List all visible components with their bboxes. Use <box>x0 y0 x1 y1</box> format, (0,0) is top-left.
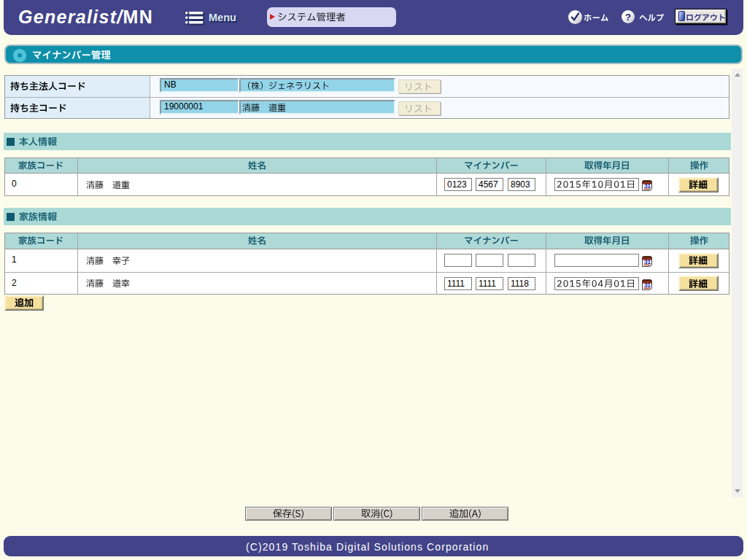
svg-text:31: 31 <box>644 182 651 190</box>
svg-text:31: 31 <box>644 281 651 289</box>
svg-text:31: 31 <box>644 258 651 265</box>
